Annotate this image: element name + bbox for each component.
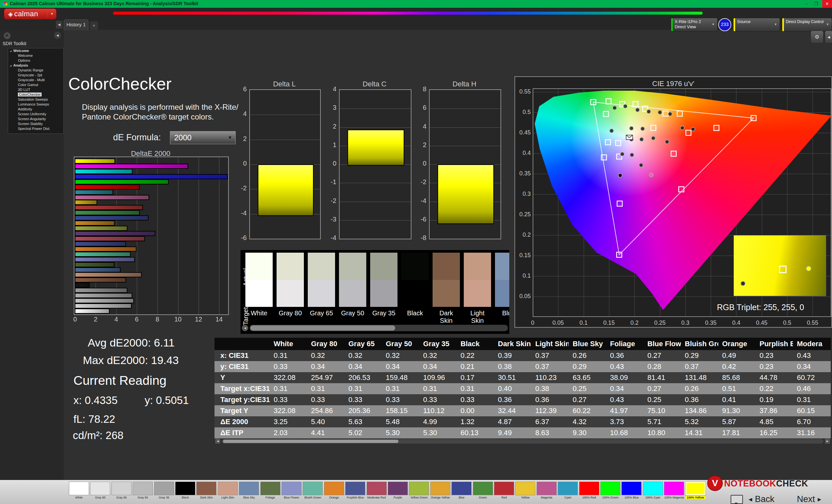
column-header-gray-65: Gray 65 [344, 338, 382, 350]
patch-tile-purplish-blue[interactable]: Purplish Blue [345, 482, 365, 495]
sidebar-item-additivity[interactable]: Additivity [8, 107, 63, 112]
sidebar-item-options[interactable]: Options [8, 58, 63, 63]
delta-value-bar [258, 164, 314, 216]
sidebar-item-grayscale-multi[interactable]: Grayscale - Multi [8, 78, 63, 83]
patch-tile-orange[interactable]: Orange [324, 482, 344, 495]
source-label: Source [737, 19, 750, 24]
patch-tile-gray-65[interactable]: Gray 65 [111, 482, 132, 495]
sidebar-item-colorchecker[interactable]: ColorChecker [8, 92, 63, 97]
delta-value-bar [347, 130, 404, 166]
row-label: Y [214, 372, 270, 383]
patch-color [494, 482, 514, 495]
patch-tile-orange-yellow[interactable]: Orange Yellow [430, 482, 450, 495]
next-button[interactable]: Next ► [797, 494, 822, 504]
patch-tile-100-red[interactable]: 100% Red [579, 482, 599, 495]
sidebar-item-screen-angularity[interactable]: Screen Angularity [8, 117, 63, 121]
meter-dropdown[interactable]: X-Rite i1Pro 2 Direct View ▼ [671, 18, 718, 31]
table-scrollbar-thumb[interactable] [223, 440, 398, 443]
patch-tile-green[interactable]: Green [473, 482, 493, 495]
patch-tile-dark-skin[interactable]: Dark Skin [196, 482, 216, 495]
table-scroll-left-icon[interactable]: ◀ [215, 439, 220, 444]
patch-label: Gray 65 [111, 496, 132, 499]
patch-color [282, 482, 302, 495]
sidebar-item-dynamic-range[interactable]: Dynamic Range [8, 68, 63, 73]
back-button[interactable]: ◄ Back [748, 494, 775, 504]
sidebar-group-analysis[interactable]: ◢Analysis [8, 63, 63, 68]
patch-tile-100-green[interactable]: 100% Green [600, 482, 620, 495]
patch-tile-light-skin[interactable]: Light Skin [218, 482, 238, 495]
sidebar-item-luminance-sweeps[interactable]: Luminance Sweeps [8, 102, 63, 107]
source-status-stripe [733, 18, 735, 31]
tree-collapse-icon[interactable]: ◢ [10, 63, 11, 68]
patch-tile-bluish-green[interactable]: Bluish Green [303, 482, 323, 495]
patch-tile-100-magenta[interactable]: 100% Magenta [664, 482, 684, 495]
patch-tile-red[interactable]: Red [494, 482, 514, 495]
patch-tile-blue[interactable]: Blue [451, 482, 472, 495]
tree-collapse-icon[interactable]: ◢ [10, 48, 11, 53]
patch-tile-gray-80[interactable]: Gray 80 [90, 482, 110, 495]
sidebar-item-spectral-power-dist-[interactable]: Spectral Power Dist. [8, 126, 63, 131]
minimize-button[interactable]: – [802, 0, 811, 8]
tab-history[interactable]: History 1 [64, 20, 88, 30]
patch-tile-yellow-green[interactable]: Yellow Green [409, 482, 429, 495]
de2000-bar-blue-sky [75, 267, 121, 273]
app-icon [2, 1, 7, 6]
delta-chart-title: Delta C [339, 80, 410, 88]
sidebar-item-welcome[interactable]: Welcome [8, 53, 63, 58]
patch-tile-moderate-red[interactable]: Moderate Red [367, 482, 387, 495]
patch-label: Gray 35 [154, 496, 174, 499]
gridline [340, 127, 411, 128]
meter-count-badge[interactable]: 233 [718, 18, 731, 31]
gridline [430, 146, 500, 146]
de2000-tick-label: 0 [69, 316, 82, 323]
patch-tile-magenta[interactable]: Magenta [537, 482, 557, 495]
patch-tile-yellow[interactable]: Yellow [515, 482, 535, 495]
display-monitor-icon[interactable] [731, 495, 743, 504]
patch-tile-cyan[interactable]: Cyan [558, 482, 578, 495]
table-cell: 0.39 [494, 350, 531, 361]
patch-tile-blue-sky[interactable]: Blue Sky [239, 482, 259, 495]
patch-color [537, 482, 557, 495]
measured-circle-marker [647, 109, 651, 113]
calman-menu-button[interactable]: ◈ calman ▼ [4, 8, 56, 20]
close-button[interactable]: ✕ [822, 0, 832, 8]
table-cell: 0.51 [718, 383, 756, 394]
patch-tile-100-blue[interactable]: 100% Blue [621, 482, 642, 495]
sidebar-group-welcome[interactable]: ◢Welcome [8, 48, 63, 53]
panel-collapse-button[interactable]: ◀ [825, 30, 832, 44]
maximize-button[interactable]: ❐ [811, 0, 821, 8]
sidebar-item-3d-lut[interactable]: 3D LUT [8, 87, 63, 92]
display-control-dropdown[interactable]: Direct Display Control ▼ [782, 18, 832, 31]
patch-tile-100-cyan[interactable]: 100% Cyan [643, 482, 663, 495]
settings-gear-button[interactable]: ⚙ [810, 30, 824, 44]
gridline [340, 183, 411, 183]
table-scroll-right-icon[interactable]: ▶ [825, 439, 830, 444]
collapse-left-icon[interactable]: ◀ [56, 21, 62, 29]
table-cell: 0.49 [718, 350, 756, 361]
patch-tile-blue-flower[interactable]: Blue Flower [282, 482, 302, 495]
patch-tile-black[interactable]: Black [175, 482, 195, 495]
swatch-scrollbar-thumb[interactable] [250, 326, 395, 331]
patch-label: Cyan [558, 496, 578, 499]
patch-tile-100-yellow[interactable]: 100% Yellow [685, 482, 706, 495]
row-label: ΔE ITP [214, 427, 270, 439]
sidebar-collapse-icon[interactable]: ◀ [54, 32, 61, 39]
sidebar-item-grayscale-2pt[interactable]: Grayscale - 2pt [8, 73, 63, 78]
current-reading-cursor-icon [626, 135, 633, 140]
sidebar-item-screen-stability[interactable]: Screen Stability [8, 121, 63, 126]
de-formula-dropdown[interactable]: 2000 ▼ [170, 131, 236, 144]
add-tab-button[interactable]: + [90, 22, 98, 30]
swatch-scroll-left-icon[interactable]: ◀ [242, 325, 248, 331]
source-dropdown[interactable]: Source ▼ [733, 18, 780, 31]
calman-logo-label: calman [14, 10, 38, 18]
patch-label: Orange [324, 496, 344, 499]
sidebar-item-saturation-sweeps[interactable]: Saturation Sweeps [8, 97, 63, 102]
pin-icon[interactable] [4, 32, 10, 39]
patch-tile-white[interactable]: White [69, 482, 89, 495]
patch-tile-purple[interactable]: Purple [388, 482, 408, 495]
sidebar-item-color-gamut[interactable]: Color Gamut [8, 83, 63, 87]
patch-tile-foliage[interactable]: Foliage [260, 482, 281, 495]
sidebar-item-screen-uniformity[interactable]: Screen Uniformity [8, 112, 63, 117]
patch-tile-gray-35[interactable]: Gray 35 [154, 482, 174, 495]
patch-tile-gray-50[interactable]: Gray 50 [133, 482, 153, 495]
